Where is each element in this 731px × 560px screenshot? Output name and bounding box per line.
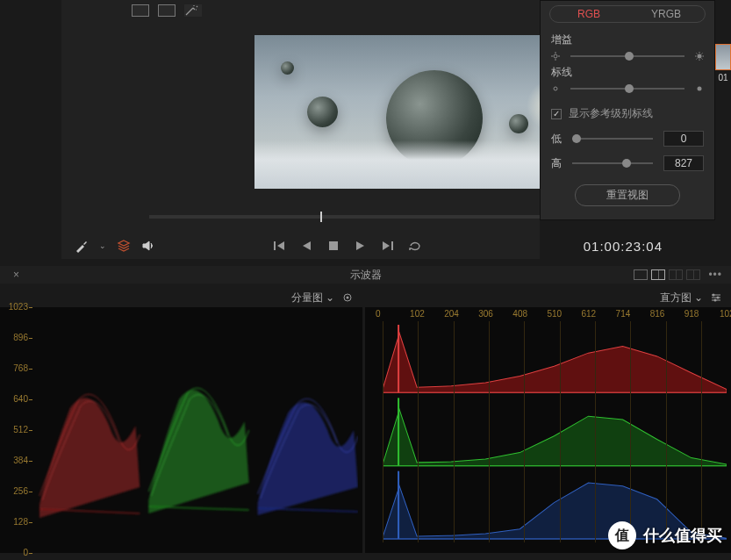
- chevron-down-icon: ⌄: [694, 291, 703, 304]
- yaxis-tick-label: 768: [13, 363, 28, 373]
- scopes-settings-panel: RGB YRGB 增益 标线 ✓ 显示参考级别标线 低 0 高 827 重置视图: [540, 0, 715, 220]
- svg-point-20: [717, 297, 720, 299]
- magic-wand-icon[interactable]: [184, 4, 202, 17]
- svg-line-12: [702, 59, 703, 60]
- brightness-high-icon: [695, 84, 704, 93]
- yaxis-tick-label: 0: [23, 548, 28, 557]
- color-mode-tabs: RGB YRGB: [549, 5, 706, 23]
- playhead-icon[interactable]: [320, 212, 322, 222]
- histogram-canvas: [383, 323, 727, 542]
- svg-line-13: [697, 59, 698, 60]
- scopes-header: × 示波器 •••: [0, 266, 731, 284]
- yaxis-tick-label: 128: [13, 517, 28, 527]
- timecode-display[interactable]: 01:00:23:04: [584, 239, 663, 254]
- brightness-high-icon: [695, 52, 704, 61]
- clip-thumbnail-label: 01: [715, 72, 731, 83]
- gain-label: 增益: [541, 27, 714, 47]
- sphere-small: [307, 97, 338, 127]
- histogram-subheader: 直方图 ⌄: [365, 288, 731, 307]
- settings-icon[interactable]: [710, 291, 722, 304]
- reset-view-button[interactable]: 重置视图: [575, 184, 680, 206]
- stop-icon[interactable]: [326, 239, 340, 253]
- scopes-layout-buttons: [634, 269, 700, 280]
- low-value[interactable]: 0: [663, 131, 704, 147]
- play-reverse-icon[interactable]: [299, 239, 313, 253]
- xaxis-tick-label: 408: [512, 309, 527, 319]
- yaxis-tick-label: 512: [13, 425, 28, 434]
- sphere-small: [281, 61, 294, 75]
- parade-scope[interactable]: 10238967686405123842561280: [0, 307, 362, 553]
- yaxis-tick-label: 256: [13, 486, 28, 496]
- show-reference-label: 显示参考级别标线: [569, 106, 653, 121]
- low-label: 低: [551, 132, 562, 147]
- view-mode-icon-2[interactable]: [158, 4, 176, 17]
- watermark-text: 什么值得买: [643, 525, 722, 546]
- eyedropper-icon[interactable]: [75, 239, 89, 253]
- layout-2up-icon[interactable]: [651, 269, 665, 280]
- viewer-toolbar: [132, 4, 202, 17]
- histogram-xaxis: 01022043064085106127148169181023: [383, 309, 727, 321]
- loop-icon[interactable]: [408, 239, 422, 253]
- svg-point-21: [714, 299, 717, 302]
- clip-thumbnail-strip: 01: [715, 44, 731, 83]
- marker-label: 标线: [541, 65, 714, 80]
- view-mode-icon-1[interactable]: [132, 4, 149, 17]
- yaxis-tick-label: 384: [13, 456, 28, 465]
- svg-point-18: [347, 297, 349, 299]
- skip-forward-icon[interactable]: [381, 239, 395, 253]
- viewer-timeline[interactable]: [149, 215, 592, 219]
- svg-point-19: [713, 294, 715, 297]
- parade-mode-dropdown[interactable]: 分量图 ⌄: [291, 291, 334, 305]
- low-slider[interactable]: [572, 138, 653, 140]
- watermark: 值 什么值得买: [608, 521, 722, 549]
- more-icon[interactable]: •••: [708, 269, 722, 281]
- xaxis-tick-label: 0: [376, 309, 381, 319]
- watermark-badge: 值: [608, 521, 636, 549]
- parade-subheader: 分量图 ⌄: [0, 288, 362, 307]
- gear-icon[interactable]: [341, 291, 354, 304]
- viewer-panel: [61, 0, 540, 259]
- transport-bar: ⌄ 01:00:23:04: [75, 233, 715, 259]
- tab-yrgb[interactable]: YRGB: [627, 6, 705, 22]
- xaxis-tick-label: 816: [650, 309, 665, 319]
- brightness-low-icon: [551, 84, 560, 93]
- sphere-small: [509, 114, 528, 133]
- skip-back-icon[interactable]: [272, 239, 286, 253]
- clip-thumbnail[interactable]: [715, 44, 731, 70]
- xaxis-tick-label: 102: [410, 309, 425, 319]
- speaker-icon[interactable]: [141, 239, 155, 253]
- layers-icon[interactable]: [117, 239, 131, 253]
- gain-slider[interactable]: [570, 55, 684, 57]
- xaxis-tick-label: 1023: [720, 309, 731, 319]
- marker-slider[interactable]: [570, 88, 684, 90]
- parade-canvas: [35, 312, 358, 544]
- svg-line-14: [702, 54, 703, 54]
- brightness-low-icon: [551, 52, 560, 61]
- chevron-down-icon[interactable]: ⌄: [99, 241, 106, 250]
- svg-point-6: [698, 54, 702, 59]
- svg-point-16: [698, 87, 702, 91]
- play-icon[interactable]: [354, 239, 368, 253]
- yaxis-tick-label: 896: [13, 333, 28, 342]
- chevron-down-icon: ⌄: [326, 291, 334, 304]
- scopes-title: 示波器: [350, 268, 382, 283]
- xaxis-tick-label: 918: [684, 309, 699, 319]
- svg-line-11: [697, 54, 698, 54]
- close-icon[interactable]: ×: [13, 269, 19, 281]
- yaxis-tick-label: 640: [13, 394, 28, 404]
- high-value[interactable]: 827: [663, 155, 704, 171]
- layout-4up-icon[interactable]: [669, 269, 683, 280]
- histogram-scope[interactable]: 01022043064085106127148169181023: [365, 307, 731, 553]
- parade-yaxis: 10238967686405123842561280: [4, 307, 30, 553]
- layout-grid-icon[interactable]: [686, 269, 700, 280]
- svg-rect-0: [329, 241, 338, 250]
- xaxis-tick-label: 510: [547, 309, 562, 319]
- svg-point-15: [554, 87, 557, 90]
- show-reference-checkbox[interactable]: ✓: [551, 109, 562, 119]
- layout-1up-icon[interactable]: [634, 269, 648, 280]
- high-label: 高: [551, 156, 562, 171]
- histogram-mode-dropdown[interactable]: 直方图 ⌄: [660, 291, 703, 305]
- xaxis-tick-label: 306: [478, 309, 493, 319]
- high-slider[interactable]: [572, 162, 653, 164]
- tab-rgb[interactable]: RGB: [550, 6, 627, 22]
